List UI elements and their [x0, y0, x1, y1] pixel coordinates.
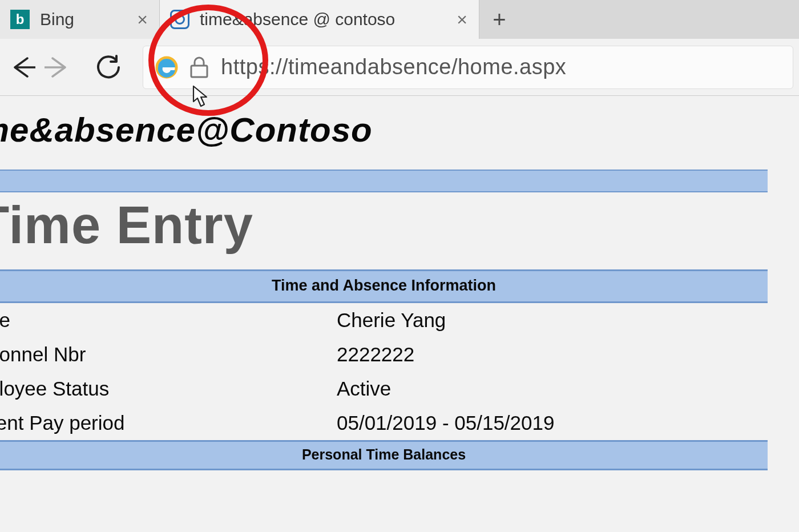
- browser-nav-row: https://timeandabsence/home.aspx: [0, 39, 799, 96]
- address-bar[interactable]: https://timeandabsence/home.aspx: [143, 46, 793, 89]
- plus-icon: +: [493, 7, 506, 33]
- close-icon[interactable]: ×: [457, 10, 467, 29]
- field-label-status: mployee Status: [0, 372, 337, 406]
- site-favicon-icon: [170, 10, 189, 29]
- field-value-personnel: 2222222: [337, 337, 414, 372]
- browser-tab-timeabsence[interactable]: time&absence @ contoso ×: [160, 0, 479, 39]
- site-title: ime&absence@Contoso: [0, 96, 799, 170]
- info-table-header: Time and Absence Information: [0, 271, 768, 303]
- field-label-payperiod: urrent Pay period: [0, 406, 337, 440]
- close-icon[interactable]: ×: [137, 10, 148, 29]
- refresh-icon: [96, 55, 121, 80]
- table-row: mployee Status Active: [0, 372, 768, 406]
- svg-rect-1: [191, 66, 207, 77]
- forward-button[interactable]: [40, 50, 74, 84]
- url-text: https://timeandabsence/home.aspx: [221, 55, 566, 79]
- refresh-button[interactable]: [91, 50, 126, 84]
- field-value-name: Cherie Yang: [337, 303, 446, 337]
- back-button[interactable]: [6, 50, 40, 84]
- balances-header: Personal Time Balances: [0, 440, 768, 470]
- browser-tab-strip: b Bing × time&absence @ contoso × +: [0, 0, 799, 39]
- tab-title: time&absence @ contoso: [200, 10, 445, 29]
- tab-title: Bing: [40, 10, 126, 29]
- table-row: ersonnel Nbr 2222222: [0, 337, 768, 372]
- lock-icon: [189, 56, 209, 79]
- section-title: Time Entry: [0, 192, 799, 269]
- browser-tab-bing[interactable]: b Bing ×: [0, 0, 160, 39]
- field-label-personnel: ersonnel Nbr: [0, 337, 337, 372]
- table-row: urrent Pay period 05/01/2019 - 05/15/201…: [0, 406, 768, 440]
- field-value-payperiod: 05/01/2019 - 05/15/2019: [337, 406, 554, 440]
- field-value-status: Active: [337, 372, 391, 406]
- field-label-name: ame: [0, 303, 337, 337]
- arrow-left-icon: [10, 55, 35, 80]
- info-table: Time and Absence Information ame Cherie …: [0, 269, 768, 470]
- new-tab-button[interactable]: +: [479, 7, 519, 33]
- ie-mode-icon: [155, 55, 179, 79]
- bing-favicon-icon: b: [10, 10, 30, 29]
- divider-band: [0, 170, 768, 192]
- page-content: ime&absence@Contoso Time Entry Time and …: [0, 96, 799, 470]
- table-row: ame Cherie Yang: [0, 303, 768, 337]
- arrow-right-icon: [45, 55, 70, 80]
